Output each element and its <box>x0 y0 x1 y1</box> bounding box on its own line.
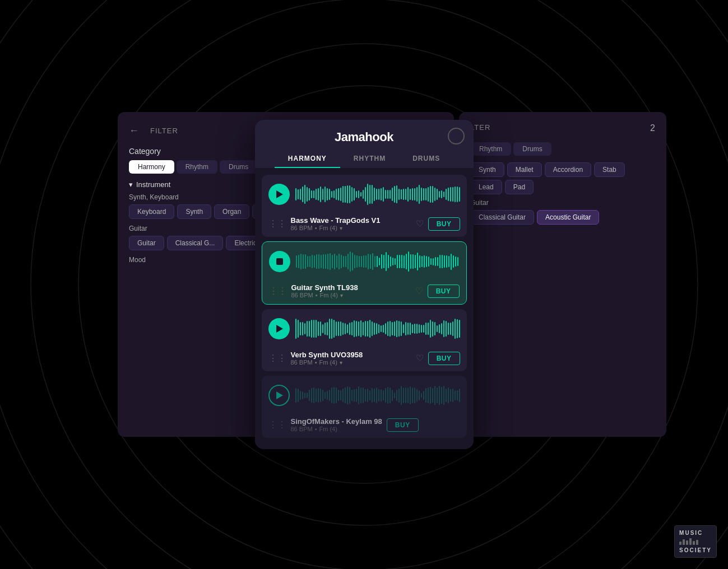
track-4-name: SingOfMakers - Keylam 98 <box>291 417 382 426</box>
tab-harmony[interactable]: HARMONY <box>275 150 340 168</box>
category-tab-harmony[interactable]: Harmony <box>129 160 174 174</box>
track-2-stop-button[interactable] <box>269 251 290 272</box>
organ-button[interactable]: Organ <box>214 204 249 219</box>
filter-label: FILTER <box>150 127 178 135</box>
track-4-waveform <box>295 381 460 409</box>
track-4-buy-button[interactable]: BUY <box>387 418 419 432</box>
right-cat-drums[interactable]: Drums <box>513 142 551 156</box>
track-item-1: ⋮⋮ Bass Wave - TrapGods V1 86 BPM•Fm (4)… <box>262 175 467 237</box>
category-tab-rhythm[interactable]: Rhythm <box>177 160 217 174</box>
category-tab-drums[interactable]: Drums <box>220 160 257 174</box>
track-1-meta: 86 BPM•Fm (4) ▾ <box>291 225 381 231</box>
right-acoustic-guitar-btn[interactable]: Acoustic Guitar <box>537 210 599 225</box>
track-2-info-row: ⋮⋮ Guitar Synth TL938 86 BPM•Fm (4) ▾ ♡ … <box>262 281 466 304</box>
track-4-info-row: ⋮⋮ SingOfMakers - Keylam 98 86 BPM•Fm (4… <box>262 415 467 438</box>
back-arrow-icon[interactable]: ← <box>129 125 139 137</box>
track-1-waveform-row <box>262 175 467 214</box>
modal-close-button[interactable] <box>448 128 465 144</box>
music-society-logo: MUSIC SOCIETY <box>674 525 717 558</box>
track-1-play-button[interactable] <box>268 184 290 205</box>
synth-button[interactable]: Synth <box>177 204 211 219</box>
track-2-buy-button[interactable]: BUY <box>428 284 460 298</box>
right-synth-btn[interactable]: Synth <box>470 162 504 177</box>
track-4-play-button[interactable] <box>268 385 290 406</box>
track-3-waveform-row <box>262 309 467 348</box>
app-logo: Jamahook <box>335 130 393 144</box>
track-2-name: Guitar Synth TL938 <box>291 283 358 292</box>
right-accordion-btn[interactable]: Accordion <box>545 162 591 177</box>
main-modal: Jamahook HARMONY RHYTHM DRUMS ⋮⋮ Bass Wa… <box>255 120 474 449</box>
track-item-4: ⋮⋮ SingOfMakers - Keylam 98 86 BPM•Fm (4… <box>262 376 467 438</box>
right-stab-btn[interactable]: Stab <box>594 162 625 177</box>
track-2-waveform-row <box>262 242 466 281</box>
keyboard-button[interactable]: Keyboard <box>129 204 174 219</box>
track-1-waveform <box>295 180 460 208</box>
track-1-buy-button[interactable]: BUY <box>428 217 460 231</box>
track-3-info-row: ⋮⋮ Verb Synth UVO3958 86 BPM•Fm (4) ▾ ♡ … <box>262 348 467 371</box>
track-2-meta: 86 BPM•Fm (4) ▾ <box>291 292 358 299</box>
right-lead-btn[interactable]: Lead <box>470 180 502 194</box>
right-mallet-btn[interactable]: Mallet <box>507 162 542 177</box>
right-classical-guitar-btn[interactable]: Classical Guitar <box>470 210 534 225</box>
tab-drums[interactable]: DRUMS <box>399 150 453 168</box>
play-icon-4 <box>276 391 283 399</box>
track-1-like-button[interactable]: ♡ <box>416 218 424 229</box>
track-1-menu-dots[interactable]: ⋮⋮ <box>268 218 286 229</box>
stop-icon-2 <box>276 258 283 265</box>
right-instr-grid: Synth Mallet Accordion Stab Lead Pad <box>470 162 655 194</box>
track-3-buy-button[interactable]: BUY <box>428 352 460 365</box>
ms-logo-text-music: MUSIC <box>679 529 712 537</box>
track-3-waveform <box>295 315 460 343</box>
track-3-meta: 86 BPM•Fm (4) ▾ <box>291 359 363 366</box>
track-4-menu-dots[interactable]: ⋮⋮ <box>268 419 286 430</box>
ms-logo-text-society: SOCIETY <box>679 547 712 554</box>
right-pad-btn[interactable]: Pad <box>505 180 534 194</box>
play-icon-3 <box>276 325 283 333</box>
guitar-button[interactable]: Guitar <box>129 236 164 250</box>
right-guitar-label: Guitar <box>470 199 655 207</box>
track-4-meta: 86 BPM•Fm (4) <box>291 426 382 432</box>
track-2-waveform <box>296 248 460 276</box>
track-4-waveform-row <box>262 376 467 415</box>
background-right-panel: LTER 2 Rhythm Drums Synth Mallet Accordi… <box>459 112 666 437</box>
track-1-name: Bass Wave - TrapGods V1 <box>291 216 381 225</box>
modal-body: ⋮⋮ Bass Wave - TrapGods V1 86 BPM•Fm (4)… <box>255 168 474 449</box>
play-icon-1 <box>276 190 283 198</box>
tab-rhythm[interactable]: RHYTHM <box>340 150 399 168</box>
track-item-2: ⋮⋮ Guitar Synth TL938 86 BPM•Fm (4) ▾ ♡ … <box>262 241 467 305</box>
right-badge: 2 <box>650 123 655 133</box>
track-3-menu-dots[interactable]: ⋮⋮ <box>268 353 286 363</box>
track-3-like-button[interactable]: ♡ <box>416 353 424 363</box>
classical-guitar-button[interactable]: Classical G... <box>167 236 224 250</box>
modal-header: Jamahook <box>255 120 474 144</box>
track-3-name: Verb Synth UVO3958 <box>291 351 363 359</box>
track-2-like-button[interactable]: ♡ <box>415 286 423 296</box>
modal-tabs: HARMONY RHYTHM DRUMS <box>255 144 474 168</box>
right-guitar-grid: Classical Guitar Acoustic Guitar <box>470 210 655 225</box>
track-2-menu-dots[interactable]: ⋮⋮ <box>269 286 287 296</box>
track-3-play-button[interactable] <box>268 318 290 339</box>
track-item-3: ⋮⋮ Verb Synth UVO3958 86 BPM•Fm (4) ▾ ♡ … <box>262 309 467 371</box>
ms-logo-bars <box>679 538 712 545</box>
right-cat-rhythm[interactable]: Rhythm <box>470 142 511 156</box>
track-1-info-row: ⋮⋮ Bass Wave - TrapGods V1 86 BPM•Fm (4)… <box>262 214 467 237</box>
